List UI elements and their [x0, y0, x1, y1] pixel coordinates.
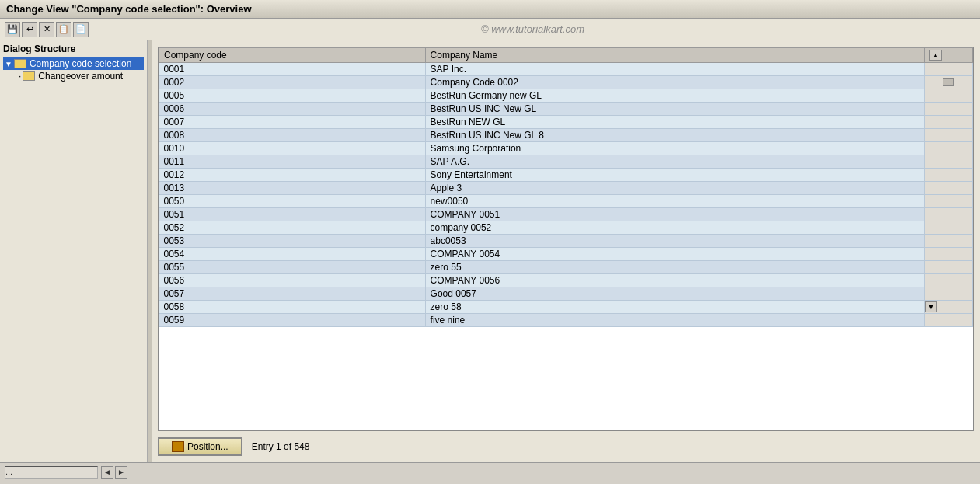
cell-name: Company Code 0002 — [425, 76, 924, 89]
table-row[interactable]: 0010Samsung Corporation — [159, 142, 973, 155]
cell-name: five nine — [425, 314, 924, 327]
position-button-label: Position... — [187, 441, 228, 452]
scroll-cell — [924, 235, 972, 248]
cell-name: Sony Entertainment — [425, 169, 924, 182]
table-row[interactable]: 0051COMPANY 0051 — [159, 208, 973, 221]
table-row[interactable]: 0007BestRun NEW GL — [159, 116, 973, 129]
subfolder-icon — [23, 71, 35, 81]
content-area: Company code Company Name ▲ 0001SAP Inc.… — [152, 40, 980, 462]
cell-code: 0051 — [159, 208, 426, 221]
cell-code: 0055 — [159, 261, 426, 274]
sidebar-item-changeover-amount[interactable]: · Changeover amount — [17, 70, 144, 82]
sidebar: Dialog Structure ▼ Company code selectio… — [0, 40, 148, 462]
cell-name: new0050 — [425, 195, 924, 208]
scroll-cell — [924, 221, 972, 235]
cell-code: 0053 — [159, 235, 426, 248]
status-nav: ◄ ► — [101, 466, 127, 479]
tree-sub-arrow-icon: · — [19, 71, 21, 82]
table-row[interactable]: 0001SAP Inc. — [159, 63, 973, 76]
cell-name: zero 58 — [425, 301, 924, 314]
table-row[interactable]: 0054COMPANY 0054 — [159, 248, 973, 261]
cell-code: 0054 — [159, 248, 426, 261]
scroll-down-icon[interactable]: ▼ — [925, 301, 937, 312]
cell-code: 0011 — [159, 155, 426, 169]
scroll-cell — [924, 314, 972, 327]
scrollbar-header: ▲ — [924, 48, 972, 63]
sidebar-title: Dialog Structure — [3, 44, 144, 54]
scroll-cell — [924, 76, 972, 89]
cell-name: abc0053 — [425, 235, 924, 248]
footer-bar: Position... Entry 1 of 548 — [158, 437, 974, 456]
scroll-up-icon[interactable]: ▲ — [929, 50, 942, 61]
tree-arrow-icon: ▼ — [5, 60, 12, 68]
table-row[interactable]: 0055zero 55 — [159, 261, 973, 274]
cell-name: BestRun Germany new GL — [425, 89, 924, 103]
table-row[interactable]: 0059five nine — [159, 314, 973, 327]
cell-name: BestRun US INC New GL — [425, 103, 924, 116]
scroll-cell — [924, 274, 972, 287]
cell-name: zero 55 — [425, 261, 924, 274]
toolbar: 💾 ↩ ✕ 📋 📄 © www.tutorialkart.com — [0, 19, 980, 40]
table-row[interactable]: 0008BestRun US INC New GL 8 — [159, 129, 973, 142]
scroll-cell — [924, 195, 972, 208]
main-container: Dialog Structure ▼ Company code selectio… — [0, 40, 980, 462]
scroll-cell — [924, 248, 972, 261]
table-row[interactable]: 0056COMPANY 0056 — [159, 274, 973, 287]
col-header-code: Company code — [159, 48, 426, 63]
cell-code: 0008 — [159, 129, 426, 142]
nav-right-icon[interactable]: ► — [115, 466, 127, 479]
cell-name: Good 0057 — [425, 287, 924, 301]
cell-code: 0010 — [159, 142, 426, 155]
sidebar-subitem-label: Changeover amount — [38, 71, 123, 82]
table-row[interactable]: 0011SAP A.G. — [159, 155, 973, 169]
table-row[interactable]: 0058zero 58▼ — [159, 301, 973, 314]
cell-name: COMPANY 0051 — [425, 208, 924, 221]
position-icon — [172, 441, 184, 452]
cell-code: 0050 — [159, 195, 426, 208]
copy-icon[interactable]: 📄 — [73, 22, 89, 37]
sidebar-item-company-code-selection[interactable]: ▼ Company code selection — [3, 57, 144, 70]
data-table: Company code Company Name ▲ 0001SAP Inc.… — [159, 47, 973, 327]
cell-code: 0012 — [159, 169, 426, 182]
cell-name: Apple 3 — [425, 182, 924, 195]
scrollbar-thumb — [943, 78, 954, 86]
sidebar-item-label: Company code selection — [30, 58, 131, 69]
scroll-cell — [924, 208, 972, 221]
cell-name: Samsung Corporation — [425, 142, 924, 155]
cell-code: 0007 — [159, 116, 426, 129]
cell-code: 0002 — [159, 76, 426, 89]
table-row[interactable]: 0053abc0053 — [159, 235, 973, 248]
scroll-cell — [924, 261, 972, 274]
table-row[interactable]: 0052company 0052 — [159, 221, 973, 235]
scroll-cell — [924, 287, 972, 301]
scroll-cell — [924, 116, 972, 129]
scroll-cell — [924, 142, 972, 155]
watermark: © www.tutorialkart.com — [90, 23, 975, 35]
scroll-cell — [924, 169, 972, 182]
position-button[interactable]: Position... — [158, 437, 242, 456]
new-entries-icon[interactable]: 📋 — [56, 22, 71, 37]
cell-name: COMPANY 0054 — [425, 248, 924, 261]
back-icon[interactable]: ↩ — [22, 22, 37, 37]
folder-icon — [14, 59, 26, 68]
nav-left-icon[interactable]: ◄ — [101, 466, 113, 479]
table-row[interactable]: 0012Sony Entertainment — [159, 169, 973, 182]
cell-code: 0058 — [159, 301, 426, 314]
scroll-cell — [924, 103, 972, 116]
table-row[interactable]: 0005BestRun Germany new GL — [159, 89, 973, 103]
table-row[interactable]: 0002Company Code 0002 — [159, 76, 973, 89]
save-icon[interactable]: 💾 — [5, 22, 20, 37]
table-row[interactable]: 0006BestRun US INC New GL — [159, 103, 973, 116]
scroll-cell — [924, 182, 972, 195]
cell-code: 0059 — [159, 314, 426, 327]
scroll-cell — [924, 63, 972, 76]
table-row[interactable]: 0050new0050 — [159, 195, 973, 208]
col-header-name: Company Name — [425, 48, 924, 63]
table-row[interactable]: 0013Apple 3 — [159, 182, 973, 195]
title-text: Change View "Company code selection": Ov… — [6, 3, 252, 15]
cell-name: BestRun US INC New GL 8 — [425, 129, 924, 142]
exit-icon[interactable]: ✕ — [39, 22, 54, 37]
scroll-cell — [924, 129, 972, 142]
table-row[interactable]: 0057Good 0057 — [159, 287, 973, 301]
scroll-cell — [924, 89, 972, 103]
